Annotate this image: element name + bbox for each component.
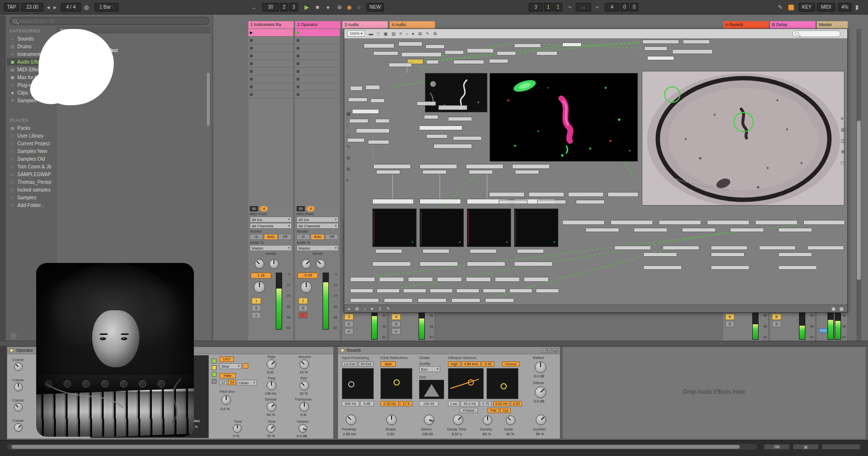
max-object-box[interactable]: [453, 60, 484, 64]
max-object-box[interactable]: [466, 164, 503, 169]
arm-button[interactable]: ●: [298, 312, 308, 318]
send-b-knob[interactable]: [269, 259, 279, 269]
loop-switch[interactable]: ↔: [576, 3, 591, 12]
send-b-knob[interactable]: [316, 259, 326, 269]
freeze-button[interactable]: Freeze: [460, 408, 478, 413]
max-object-box[interactable]: [711, 246, 747, 250]
arm-button[interactable]: ●: [344, 328, 353, 334]
track-header[interactable]: 4 Audio: [390, 21, 435, 28]
clip-slot[interactable]: [248, 68, 293, 75]
max-object-box[interactable]: [448, 117, 472, 121]
filter-toggle[interactable]: Filter: [219, 373, 236, 378]
max-object-box[interactable]: [610, 220, 653, 225]
high-shelf-toggle[interactable]: High: [448, 361, 461, 367]
input-channel-chooser[interactable]: All Channels▾: [250, 223, 292, 229]
max-object-box[interactable]: [445, 50, 464, 55]
run-icon[interactable]: ▸: [348, 306, 351, 311]
input-filter-display[interactable]: [342, 368, 374, 399]
max-object-box[interactable]: [350, 289, 373, 293]
loop-length-bars[interactable]: 4: [605, 3, 619, 12]
audio-icon[interactable]: ♪: [346, 122, 351, 127]
clip-slot[interactable]: [295, 37, 340, 44]
export-icon[interactable]: ↥: [378, 306, 382, 311]
max-object-box[interactable]: [426, 60, 439, 64]
max-object-box[interactable]: [375, 119, 390, 123]
tone-value[interactable]: 70 %: [267, 434, 275, 438]
punch-out-icon[interactable]: ¬: [594, 2, 601, 12]
solo-button[interactable]: S: [772, 321, 781, 327]
max-object-box[interactable]: [778, 265, 817, 270]
max-object-box[interactable]: [643, 252, 677, 257]
density-knob[interactable]: [483, 415, 492, 425]
max-patcher-canvas[interactable]: [344, 39, 847, 305]
coarse-knob[interactable]: [14, 403, 23, 412]
high-gain-value[interactable]: 0.20: [482, 361, 494, 367]
volume-meter[interactable]: [276, 273, 282, 330]
max-object-box[interactable]: [420, 199, 461, 204]
max-object-box[interactable]: [379, 277, 404, 282]
max-object-box[interactable]: [707, 220, 749, 225]
max-object-box[interactable]: [422, 170, 447, 174]
size-display[interactable]: [419, 380, 444, 399]
monitor-auto[interactable]: Auto: [311, 234, 324, 240]
clip-slot[interactable]: [248, 91, 293, 98]
stereo-knob[interactable]: [424, 415, 434, 425]
max-object-box[interactable]: [614, 246, 651, 250]
device-title-bar[interactable]: Reverb ▾ ⇄ ▤: [338, 347, 560, 354]
max-object-box[interactable]: [456, 289, 479, 293]
return-track-header[interactable]: B Delay: [770, 21, 815, 28]
max-object-box[interactable]: [467, 262, 505, 266]
res-value[interactable]: 20 %: [299, 391, 308, 396]
grid-tool-icon[interactable]: ⊞: [418, 29, 422, 38]
scale-value[interactable]: 40 %: [506, 432, 514, 436]
max-object-box[interactable]: [350, 86, 363, 91]
max-object-box[interactable]: [368, 140, 389, 144]
max-object-box[interactable]: [489, 192, 525, 197]
solo-button[interactable]: S: [392, 321, 401, 327]
max-object-box[interactable]: [426, 134, 448, 138]
tempo-display[interactable]: 23.00: [21, 3, 43, 12]
tone-knob[interactable]: [267, 424, 275, 433]
coarse-knob[interactable]: [14, 362, 23, 371]
max-object-box[interactable]: [389, 63, 412, 67]
device-on-icon[interactable]: [340, 348, 344, 352]
browser-place[interactable]: ▤ Packs: [7, 124, 56, 132]
stop-button[interactable]: ■: [313, 2, 321, 12]
pitch-env-value[interactable]: 0.0 %: [220, 407, 230, 411]
chorus-amount-value[interactable]: 0.02: [511, 401, 522, 406]
nudge-up-icon[interactable]: ▸: [52, 2, 58, 12]
punch-in-icon[interactable]: ¬: [566, 2, 573, 12]
clip-slot-playing[interactable]: ▶: [248, 29, 293, 37]
volume-value[interactable]: 1.16: [251, 273, 271, 278]
console-icon[interactable]: ◫: [841, 138, 845, 143]
browser-place[interactable]: □ locked samples: [7, 186, 56, 193]
max-search-box[interactable]: [792, 30, 841, 37]
max-object-box[interactable]: [401, 52, 442, 57]
max-object-box[interactable]: [711, 265, 749, 270]
max-object-box[interactable]: [509, 289, 532, 293]
snippets-icon[interactable]: □: [841, 160, 845, 166]
max-object-box[interactable]: [778, 228, 812, 232]
chorus-rate-value[interactable]: 0.02 Hz: [493, 401, 510, 406]
max-object-box[interactable]: [537, 200, 566, 204]
pan-knob[interactable]: [300, 281, 312, 293]
max-object-box[interactable]: [430, 289, 453, 293]
keyboard-map-indicator[interactable]: ⌨: [764, 444, 790, 450]
session-vertical-scrollbar[interactable]: [856, 29, 861, 341]
device-drop-zone[interactable]: Drop Audio Effects Here: [562, 346, 866, 439]
send-a-knob[interactable]: [255, 259, 264, 269]
edit-tool-icon[interactable]: ✎: [426, 29, 430, 38]
monitor-off[interactable]: Off: [325, 234, 339, 240]
max-object-box[interactable]: [730, 228, 764, 232]
clip-slot[interactable]: [295, 44, 340, 52]
max-object-box[interactable]: [417, 101, 436, 106]
max-object-box[interactable]: [422, 249, 449, 253]
max-object-box[interactable]: [356, 128, 390, 133]
max-object-box[interactable]: [536, 51, 557, 55]
browser-toggle-icon[interactable]: ◂: [11, 333, 16, 339]
volume-meter[interactable]: [419, 313, 425, 340]
max-object-box[interactable]: [350, 298, 379, 303]
max-object-box[interactable]: [682, 228, 716, 232]
zoom-selector[interactable]: 100% ▾: [347, 30, 365, 37]
amount-knob[interactable]: [299, 359, 309, 369]
